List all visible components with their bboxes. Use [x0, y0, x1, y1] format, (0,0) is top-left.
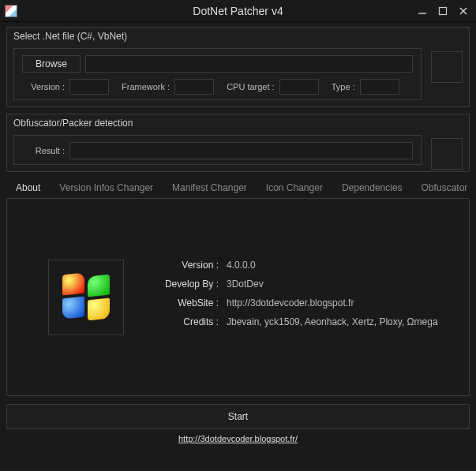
cpu-target-label: CPU target :	[227, 82, 275, 92]
version-label: Version :	[22, 82, 65, 92]
svg-rect-1	[440, 7, 447, 14]
maximize-button[interactable]	[433, 3, 452, 19]
footer-link[interactable]: http://3dotdevcoder.blogspot.fr/	[6, 434, 470, 443]
about-website-val[interactable]: http://3dotdevcoder.blogspot.fr	[227, 297, 354, 308]
select-file-title: Select .Net file (C#, VbNet)	[7, 28, 469, 43]
tab-manifest-changer[interactable]: Manifest Changer	[163, 178, 257, 198]
framework-field	[174, 79, 214, 95]
detection-title: Obfuscator/Packer detection	[7, 114, 469, 130]
type-label: Type :	[332, 82, 355, 92]
detection-icon-preview	[431, 138, 463, 170]
close-button[interactable]	[454, 3, 473, 19]
version-field	[69, 79, 109, 95]
tab-version-infos-changer[interactable]: Version Infos Changer	[50, 178, 163, 198]
select-file-panel: Select .Net file (C#, VbNet) Browse Vers…	[6, 27, 470, 107]
about-develop-key: Develop By :	[156, 278, 219, 290]
window-controls	[413, 3, 473, 19]
about-info: Version : 4.0.0.0 Develop By : 3DotDev W…	[156, 260, 438, 335]
about-credits-key: Credits :	[156, 316, 219, 327]
browse-button[interactable]: Browse	[22, 55, 81, 73]
app-icon	[5, 5, 17, 17]
about-version-key: Version :	[156, 260, 219, 271]
file-icon-preview	[431, 51, 463, 83]
file-path-field[interactable]	[85, 55, 413, 73]
about-logo-box	[48, 260, 124, 335]
cpu-target-field	[279, 79, 319, 95]
select-file-inner: Browse Version : Framework : CPU target …	[13, 48, 422, 100]
detection-panel: Obfuscator/Packer detection Result :	[6, 114, 470, 172]
tab-obfuscator[interactable]: Obfuscator	[412, 178, 476, 198]
about-version-val: 4.0.0.0	[227, 260, 256, 271]
minimize-button[interactable]	[413, 3, 432, 19]
about-develop-val: 3DotDev	[227, 278, 264, 290]
about-credits-val: Jbevain, yck1509, Aeonhack, Xertz, Ploxy…	[227, 316, 438, 327]
windows-logo-icon	[62, 274, 110, 321]
about-tab-content: Version : 4.0.0.0 Develop By : 3DotDev W…	[6, 199, 470, 396]
titlebar: DotNet Patcher v4	[0, 0, 476, 22]
tab-dependencies[interactable]: Dependencies	[332, 178, 412, 198]
tab-icon-changer[interactable]: Icon Changer	[257, 178, 332, 198]
framework-label: Framework :	[122, 82, 170, 92]
result-label: Result :	[22, 146, 65, 155]
window-title: DotNet Patcher v4	[0, 5, 476, 17]
type-field	[360, 79, 399, 95]
about-website-key: WebSite :	[156, 297, 219, 308]
result-field	[69, 142, 413, 159]
tab-about[interactable]: About	[6, 178, 50, 198]
start-button[interactable]: Start	[6, 404, 470, 429]
tab-strip: About Version Infos Changer Manifest Cha…	[6, 178, 470, 199]
detection-inner: Result :	[13, 135, 422, 165]
